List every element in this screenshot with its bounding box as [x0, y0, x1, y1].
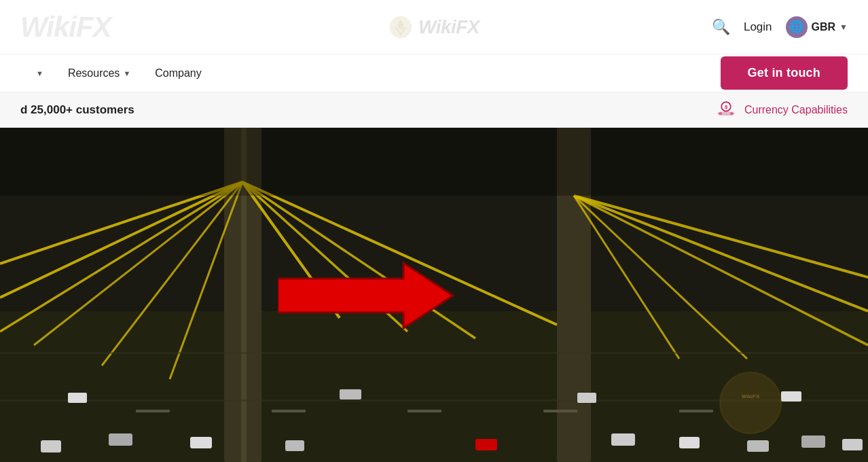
globe-icon: 🌐 — [786, 16, 808, 38]
svg-rect-26 — [0, 352, 868, 354]
svg-rect-44 — [408, 410, 441, 412]
svg-rect-36 — [801, 436, 825, 448]
top-right-controls: 🔍 Login 🌐 GBR ▼ — [712, 16, 848, 38]
region-label: GBR — [812, 21, 836, 33]
currency-hands-icon: $ — [715, 101, 738, 120]
svg-rect-46 — [679, 410, 713, 412]
svg-rect-29 — [109, 433, 132, 446]
svg-rect-35 — [747, 440, 769, 452]
svg-point-4 — [719, 111, 722, 115]
svg-rect-42 — [136, 410, 170, 412]
nav-item-partial[interactable]: ▼ — [20, 54, 56, 92]
get-in-touch-button[interactable]: Get in touch — [721, 56, 848, 90]
svg-rect-30 — [190, 437, 212, 448]
region-chevron-icon: ▼ — [839, 22, 848, 32]
nav-chevron-icon: ▼ — [36, 69, 43, 77]
top-bar: WikiFX WikiFX 🔍 Login 🌐 GBR ▼ — [0, 0, 868, 54]
wikifx-left-text: WikiFX — [20, 11, 111, 43]
wikifx-logo-icon — [388, 15, 413, 39]
region-selector[interactable]: 🌐 GBR ▼ — [786, 16, 848, 38]
customers-text: d 25,000+ customers — [20, 103, 134, 117]
svg-rect-39 — [340, 389, 361, 399]
search-icon: 🔍 — [712, 18, 730, 35]
svg-rect-38 — [68, 393, 87, 403]
login-button[interactable]: Login — [744, 20, 772, 34]
info-bar: d 25,000+ customers $ Currency Capabilit… — [0, 92, 868, 128]
svg-text:$: $ — [725, 104, 728, 110]
bridge-background: WikiFX — [0, 128, 868, 462]
search-button[interactable]: 🔍 — [712, 18, 730, 36]
svg-rect-28 — [41, 440, 61, 452]
svg-rect-32 — [475, 439, 497, 450]
currency-capabilities-link[interactable]: $ Currency Capabilities — [715, 101, 848, 120]
svg-rect-43 — [272, 410, 306, 412]
svg-point-5 — [730, 111, 734, 115]
nav-bar: ▼ Resources ▼ Company Get in touch — [0, 54, 868, 92]
svg-rect-45 — [543, 410, 577, 412]
svg-text:WikiFX: WikiFX — [742, 393, 760, 399]
svg-rect-37 — [842, 439, 863, 450]
logo-center: WikiFX — [388, 15, 480, 39]
svg-rect-33 — [611, 433, 635, 446]
svg-rect-34 — [679, 437, 700, 448]
nav-item-company[interactable]: Company — [143, 54, 213, 92]
wikifx-center-text: WikiFX — [418, 16, 480, 38]
svg-point-1 — [398, 24, 403, 29]
svg-point-47 — [720, 372, 781, 433]
currency-capabilities-label: Currency Capabilities — [744, 104, 848, 116]
resources-chevron-icon: ▼ — [123, 69, 130, 77]
svg-rect-49 — [0, 128, 868, 196]
nav-item-resources[interactable]: Resources ▼ — [56, 54, 143, 92]
nav-item-company-label: Company — [155, 67, 201, 79]
nav-item-resources-label: Resources — [68, 67, 120, 79]
svg-rect-40 — [577, 393, 596, 403]
hero-area: WikiFX — [0, 128, 868, 462]
svg-rect-41 — [781, 391, 801, 402]
svg-rect-31 — [285, 440, 304, 451]
logo-watermark-left: WikiFX — [20, 11, 111, 43]
